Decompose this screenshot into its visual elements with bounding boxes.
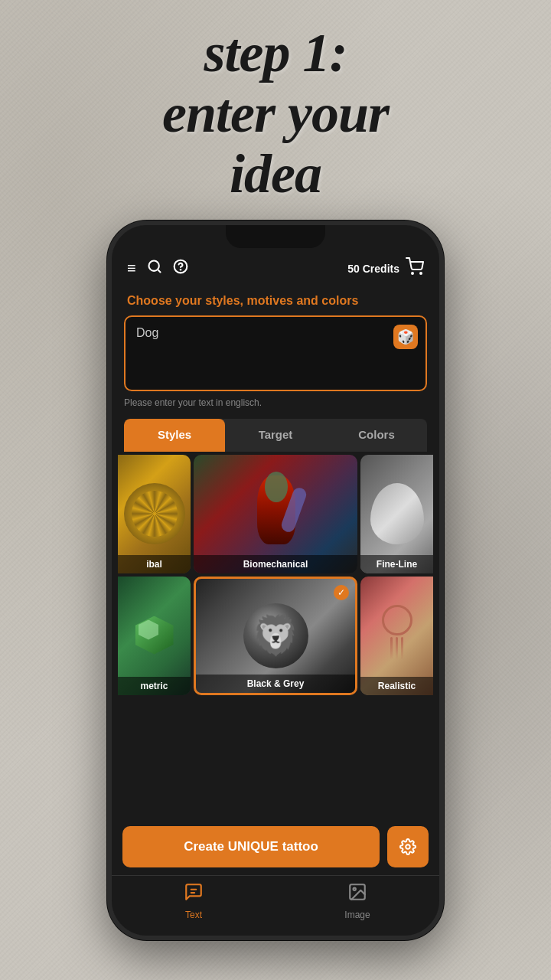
- input-hint: Please enter your text in englisch.: [112, 397, 439, 416]
- realistic-label: Realistic: [360, 677, 433, 695]
- phone-notch: [226, 225, 325, 248]
- nav-item-image[interactable]: Image: [276, 882, 439, 920]
- geometric-label: metric: [118, 677, 191, 695]
- fineline-label: Fine-Line: [360, 555, 433, 573]
- dice-icon[interactable]: 🎲: [393, 325, 418, 349]
- cart-icon[interactable]: [406, 257, 424, 280]
- credits-display: 50 Credits: [347, 263, 399, 275]
- settings-button[interactable]: [387, 826, 429, 867]
- top-bar-right: 50 Credits: [347, 257, 424, 280]
- top-bar-icons: ≡: [127, 259, 188, 278]
- grid-row-2: metric ✓ Black & Grey: [118, 577, 433, 695]
- subtitle: Choose your styles, motives and colors: [112, 289, 439, 315]
- svg-point-10: [354, 887, 356, 890]
- menu-icon[interactable]: ≡: [127, 260, 136, 277]
- heading-line2: enter your: [162, 83, 389, 144]
- tribal-label: ibal: [118, 555, 191, 573]
- text-nav-icon: [184, 882, 204, 906]
- styles-grid: ibal Biomechanical: [112, 452, 439, 818]
- nav-item-text[interactable]: Text: [112, 882, 276, 920]
- text-input-wrapper[interactable]: Dog 🎲: [124, 315, 427, 391]
- step-heading: step 1: enter your idea: [116, 0, 435, 220]
- tab-styles[interactable]: Styles: [124, 419, 225, 452]
- image-nav-icon: [347, 882, 367, 906]
- app-screen: ≡ 50 Credits Choose your styles, moti: [112, 225, 439, 936]
- svg-point-4: [412, 273, 413, 274]
- text-nav-label: Text: [185, 910, 202, 920]
- search-icon[interactable]: [147, 259, 162, 278]
- svg-line-1: [158, 270, 161, 273]
- image-nav-label: Image: [344, 910, 370, 920]
- blackgrey-label: Black & Grey: [196, 675, 355, 693]
- style-card-biomechanical[interactable]: Biomechanical: [194, 455, 357, 573]
- svg-point-5: [420, 273, 422, 274]
- text-input-value[interactable]: Dog: [126, 317, 425, 390]
- style-card-geometric[interactable]: metric: [118, 577, 191, 695]
- heading-line3: idea: [230, 143, 321, 204]
- phone-frame: ≡ 50 Credits Choose your styles, moti: [107, 220, 444, 940]
- page-wrapper: step 1: enter your idea ≡ 50 Credits: [0, 0, 551, 980]
- bottom-nav: Text Image: [112, 875, 439, 936]
- style-card-tribal[interactable]: ibal: [118, 455, 191, 573]
- svg-point-6: [406, 844, 410, 849]
- biomech-label: Biomechanical: [194, 555, 357, 573]
- action-bar: Create UNIQUE tattoo: [112, 818, 439, 875]
- help-icon[interactable]: [173, 259, 188, 278]
- style-card-realistic[interactable]: Realistic: [360, 577, 433, 695]
- style-card-fineline[interactable]: Fine-Line: [360, 455, 433, 573]
- tabs-container: Styles Target Colors: [124, 419, 427, 452]
- grid-row-1: ibal Biomechanical: [118, 455, 433, 573]
- selected-indicator: ✓: [334, 585, 349, 600]
- create-button[interactable]: Create UNIQUE tattoo: [122, 826, 380, 867]
- tab-colors[interactable]: Colors: [326, 419, 427, 452]
- heading-line1: step 1:: [204, 22, 347, 83]
- tab-target[interactable]: Target: [225, 419, 326, 452]
- style-card-blackgrey[interactable]: ✓ Black & Grey: [194, 577, 357, 695]
